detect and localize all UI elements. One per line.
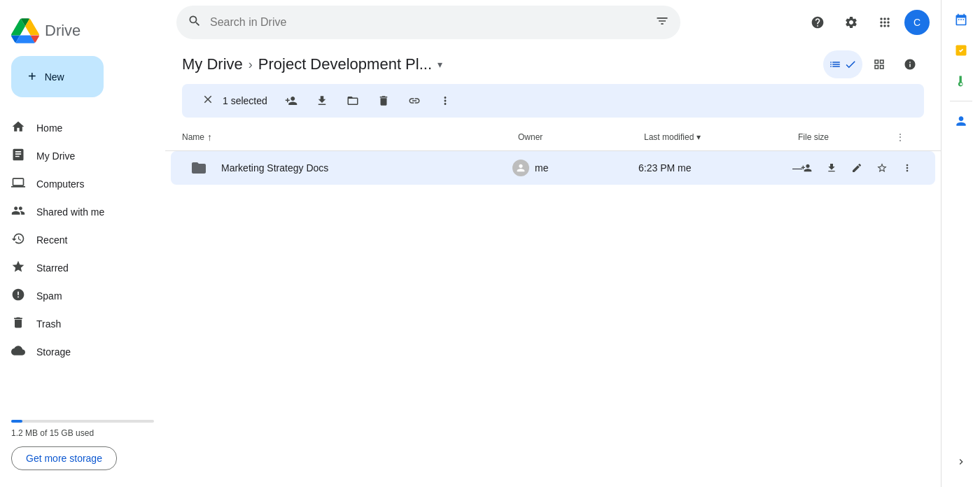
file-name: Marketing Strategy Docs (221, 162, 512, 174)
breadcrumb-home[interactable]: My Drive (182, 55, 243, 73)
column-modified[interactable]: Last modified ▾ (644, 132, 798, 142)
storage-section: 1.2 MB of 15 GB used Get more storage (11, 420, 154, 470)
grid-view-button[interactable] (865, 50, 893, 78)
spam-icon (11, 288, 25, 305)
sidebar-item-trash[interactable]: Trash (0, 310, 154, 338)
owner-avatar (512, 160, 529, 176)
right-sidebar-divider (950, 101, 972, 101)
main-content: C My Drive › Project Development Pl... ▾ (165, 0, 941, 487)
get-more-storage-button[interactable]: Get more storage (11, 446, 117, 470)
column-filesize: File size (798, 132, 896, 142)
home-icon (11, 120, 25, 137)
sidebar-item-starred[interactable]: Starred (0, 254, 154, 282)
tasks-icon-button[interactable] (947, 36, 975, 64)
row-download-button[interactable] (820, 157, 843, 179)
breadcrumb-right (823, 50, 924, 78)
header-right: C (804, 8, 930, 36)
app-title: Drive (45, 22, 80, 40)
nav-section: Home My Drive Computers (0, 114, 165, 366)
logo-area: Drive (0, 6, 165, 50)
expand-right-button[interactable] (947, 448, 975, 476)
breadcrumb-separator: › (248, 57, 253, 72)
owner-cell: me (512, 160, 638, 176)
row-more-button[interactable] (896, 157, 918, 179)
starred-icon (11, 260, 25, 277)
column-owner: Owner (518, 132, 644, 142)
share-button[interactable] (279, 88, 304, 113)
folder-icon (188, 157, 210, 179)
keep-icon-button[interactable] (947, 67, 975, 95)
contacts-icon-button[interactable] (947, 107, 975, 135)
column-modified-label: Last modified (644, 132, 694, 142)
column-owner-label: Owner (518, 132, 542, 142)
sidebar-item-recent[interactable]: Recent (0, 226, 154, 254)
storage-icon (11, 344, 25, 361)
header-more-icon[interactable]: ⋮ (896, 132, 904, 142)
more-actions-button[interactable] (433, 88, 458, 113)
modified-sort-icon: ▾ (696, 132, 701, 142)
sidebar-item-computers[interactable]: Computers (0, 170, 154, 198)
breadcrumb-current: Project Development Pl... (258, 55, 432, 73)
download-button[interactable] (309, 88, 335, 113)
filter-icon[interactable] (655, 14, 669, 31)
sidebar-label-starred: Starred (36, 262, 69, 274)
settings-button[interactable] (837, 8, 865, 36)
sidebar-label-recent: Recent (36, 234, 67, 246)
selected-count: 1 selected (223, 95, 267, 106)
row-share-button[interactable] (795, 157, 818, 179)
list-view-button[interactable] (823, 50, 862, 78)
storage-bar-fill (11, 420, 22, 423)
my-drive-icon (11, 148, 25, 165)
calendar-icon-button[interactable] (947, 6, 975, 34)
get-link-button[interactable] (402, 88, 427, 113)
sidebar-item-home[interactable]: Home (0, 114, 154, 142)
delete-button[interactable] (371, 88, 396, 113)
right-sidebar (941, 0, 980, 487)
selection-bar: 1 selected (182, 84, 924, 118)
breadcrumb: My Drive › Project Development Pl... ▾ (165, 45, 941, 84)
column-name-label: Name (182, 132, 204, 142)
info-button[interactable] (896, 50, 924, 78)
drive-logo-icon (11, 17, 39, 45)
recent-icon (11, 232, 25, 249)
sidebar-label-spam: Spam (36, 290, 62, 302)
sort-arrow-icon: ↑ (207, 132, 212, 143)
table-row[interactable]: Marketing Strategy Docs me 6:23 PM me — (171, 151, 935, 185)
help-button[interactable] (804, 8, 832, 36)
sidebar-label-shared-with-me: Shared with me (36, 206, 104, 218)
sidebar-label-storage: Storage (36, 346, 71, 358)
search-input[interactable] (210, 16, 647, 29)
sidebar-item-shared-with-me[interactable]: Shared with me (0, 198, 154, 226)
search-icon (188, 14, 202, 31)
computers-icon (11, 176, 25, 193)
column-actions: ⋮ (896, 132, 924, 142)
file-list-header: Name ↑ Owner Last modified ▾ File size ⋮ (165, 123, 941, 151)
close-selection-button[interactable] (199, 90, 217, 112)
storage-bar-background (11, 420, 154, 423)
breadcrumb-dropdown-icon[interactable]: ▾ (438, 59, 442, 70)
file-row-actions (795, 157, 918, 179)
new-button[interactable]: + New (11, 56, 104, 97)
file-list: Marketing Strategy Docs me 6:23 PM me — (165, 151, 941, 185)
header: C (165, 0, 941, 45)
owner-name: me (535, 162, 548, 174)
avatar[interactable]: C (904, 10, 930, 35)
row-actions (890, 157, 918, 179)
modified-cell: 6:23 PM me (638, 162, 792, 174)
plus-icon: + (28, 69, 36, 85)
column-filesize-label: File size (798, 132, 829, 142)
trash-icon (11, 316, 25, 333)
column-name[interactable]: Name ↑ (182, 132, 518, 143)
sidebar-item-my-drive[interactable]: My Drive (0, 142, 154, 170)
sidebar-label-trash: Trash (36, 318, 61, 330)
storage-text: 1.2 MB of 15 GB used (11, 428, 154, 438)
sidebar-label-computers: Computers (36, 178, 84, 190)
sidebar-item-spam[interactable]: Spam (0, 282, 154, 310)
move-to-folder-button[interactable] (340, 88, 365, 113)
row-rename-button[interactable] (846, 157, 868, 179)
apps-button[interactable] (871, 8, 899, 36)
sidebar-label-my-drive: My Drive (36, 150, 75, 162)
sidebar-item-storage[interactable]: Storage (0, 338, 154, 366)
search-bar (176, 6, 680, 39)
row-star-button[interactable] (871, 157, 893, 179)
